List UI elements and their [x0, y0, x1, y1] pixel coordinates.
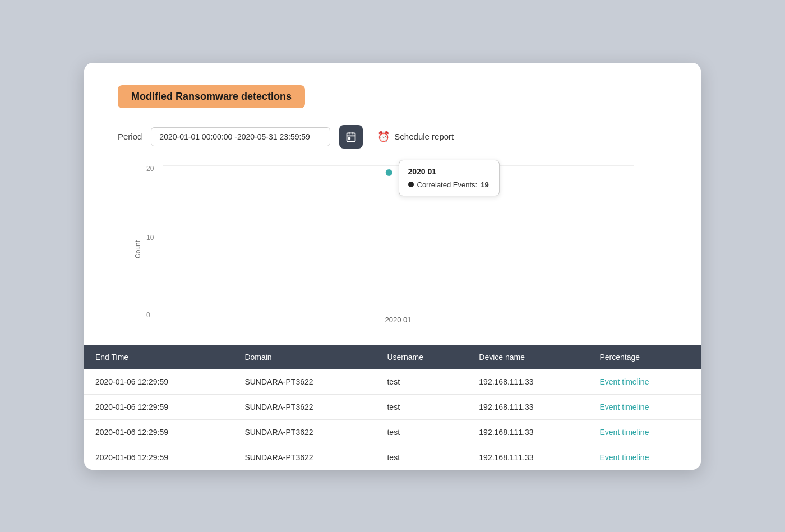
table-row: 2020-01-06 12:29:59SUNDARA-PT3622test192… [84, 394, 701, 419]
col-username: Username [376, 345, 468, 369]
cell-end-time: 2020-01-06 12:29:59 [84, 445, 233, 470]
table-section: End Time Domain Username Device name Per… [84, 345, 701, 470]
cell-end-time: 2020-01-06 12:29:59 [84, 419, 233, 445]
cell-domain: SUNDARA-PT3622 [233, 445, 376, 470]
period-label: Period [118, 132, 142, 141]
col-percentage: Percentage [589, 345, 701, 369]
col-end-time: End Time [84, 345, 233, 369]
event-timeline-link[interactable]: Event timeline [600, 453, 649, 462]
chart-container: Count 20 10 0 2020 01 [118, 165, 667, 334]
tooltip-dot-icon [408, 182, 414, 187]
cell-percentage[interactable]: Event timeline [589, 394, 701, 419]
cell-end-time: 2020-01-06 12:29:59 [84, 369, 233, 395]
cell-percentage[interactable]: Event timeline [589, 445, 701, 470]
cell-percentage[interactable]: Event timeline [589, 369, 701, 395]
calendar-button[interactable] [339, 125, 363, 149]
card-top: Modified Ransomware detections Period 20… [84, 63, 701, 345]
tooltip-title: 2020 01 [408, 167, 490, 176]
cell-percentage[interactable]: Event timeline [589, 419, 701, 445]
schedule-report-button[interactable]: ⏰ Schedule report [377, 131, 454, 143]
table-row: 2020-01-06 12:29:59SUNDARA-PT3622test192… [84, 445, 701, 470]
y-tick-10: 10 [146, 234, 154, 242]
event-timeline-link[interactable]: Event timeline [600, 428, 649, 437]
event-timeline-link[interactable]: Event timeline [600, 377, 649, 386]
cell-device-name: 192.168.111.33 [468, 394, 588, 419]
cell-domain: SUNDARA-PT3622 [233, 369, 376, 395]
cell-username: test [376, 394, 468, 419]
svg-rect-4 [349, 137, 350, 139]
cell-end-time: 2020-01-06 12:29:59 [84, 394, 233, 419]
alarm-icon: ⏰ [377, 131, 390, 143]
schedule-report-label: Schedule report [394, 132, 454, 141]
table-row: 2020-01-06 12:29:59SUNDARA-PT3622test192… [84, 369, 701, 395]
chart-tooltip: 2020 01 Correlated Events: 19 [399, 160, 500, 196]
chart-y-label: Count [134, 240, 142, 258]
y-tick-20: 20 [146, 165, 154, 173]
tooltip-row-value: 19 [481, 181, 488, 189]
cell-device-name: 192.168.111.33 [468, 445, 588, 470]
period-input[interactable]: 2020-01-01 00:00:00 -2020-05-31 23:59:59 [151, 127, 330, 146]
cell-username: test [376, 445, 468, 470]
title-badge: Modified Ransomware detections [118, 85, 305, 108]
table-row: 2020-01-06 12:29:59SUNDARA-PT3622test192… [84, 419, 701, 445]
calendar-icon [345, 131, 357, 142]
period-row: Period 2020-01-01 00:00:00 -2020-05-31 2… [118, 125, 667, 149]
cell-domain: SUNDARA-PT3622 [233, 394, 376, 419]
event-timeline-link[interactable]: Event timeline [600, 403, 649, 411]
chart-data-point [386, 169, 392, 175]
table-header: End Time Domain Username Device name Per… [84, 345, 701, 369]
tooltip-row: Correlated Events: 19 [408, 181, 490, 189]
cell-username: test [376, 369, 468, 395]
cell-username: test [376, 419, 468, 445]
chart-area: 20 10 0 2020 01 Correlated Events: 19 [163, 165, 634, 311]
table-body: 2020-01-06 12:29:59SUNDARA-PT3622test192… [84, 369, 701, 470]
cell-domain: SUNDARA-PT3622 [233, 419, 376, 445]
cell-device-name: 192.168.111.33 [468, 369, 588, 395]
col-device-name: Device name [468, 345, 588, 369]
y-tick-0: 0 [146, 311, 150, 319]
svg-rect-0 [347, 133, 355, 141]
main-card: Modified Ransomware detections Period 20… [84, 63, 701, 470]
col-domain: Domain [233, 345, 376, 369]
tooltip-row-label: Correlated Events: [417, 181, 478, 189]
chart-x-label: 2020 01 [163, 316, 634, 324]
data-table: End Time Domain Username Device name Per… [84, 345, 701, 470]
cell-device-name: 192.168.111.33 [468, 419, 588, 445]
